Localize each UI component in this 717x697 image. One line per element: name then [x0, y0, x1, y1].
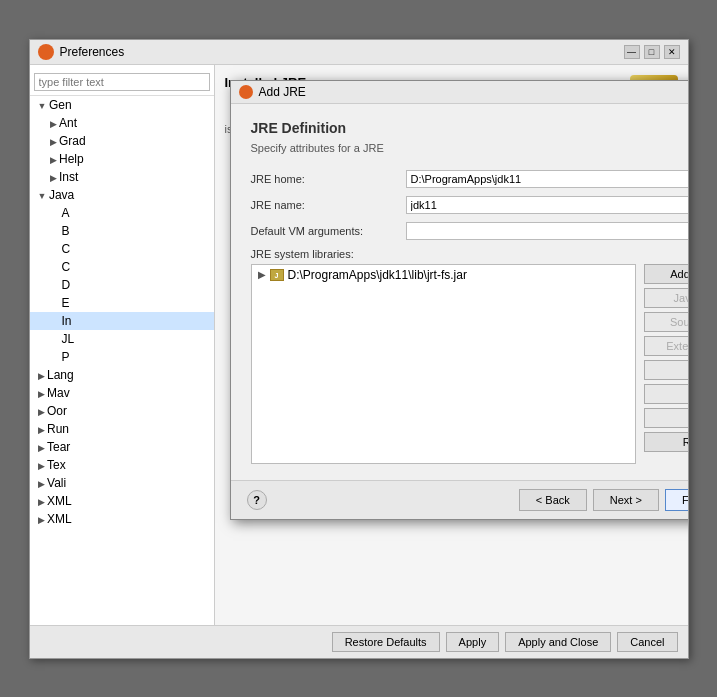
sidebar-item-inst[interactable]: Inst: [30, 168, 214, 186]
sidebar-item-c1[interactable]: C: [30, 240, 214, 258]
titlebar-controls: — □ ✕: [624, 45, 680, 59]
sidebar-item-tear[interactable]: Tear: [30, 438, 214, 456]
preferences-titlebar: Preferences — □ ✕: [30, 40, 688, 65]
maximize-button[interactable]: □: [644, 45, 660, 59]
apply-close-button[interactable]: Apply and Close: [505, 632, 611, 652]
dialog-titlebar: Add JRE — □ ✕: [231, 81, 688, 104]
sidebar-item-ant[interactable]: Ant: [30, 114, 214, 132]
sidebar-item-tex[interactable]: Tex: [30, 456, 214, 474]
close-button[interactable]: ✕: [664, 45, 680, 59]
libraries-label: JRE system libraries:: [251, 248, 688, 260]
sidebar-item-xml1[interactable]: XML: [30, 492, 214, 510]
sidebar-item-a[interactable]: A: [30, 204, 214, 222]
expand-icon[interactable]: ▶: [258, 269, 266, 280]
search-input[interactable]: [34, 73, 210, 91]
jre-home-label: JRE home:: [251, 173, 406, 185]
preferences-main: Installed JREs 📚 is Add JRE — □ ✕: [215, 65, 688, 625]
preferences-app-icon: [38, 44, 54, 60]
javadoc-location-button[interactable]: Javadoc Location...: [644, 288, 688, 308]
dialog-title: Add JRE: [259, 85, 306, 99]
sidebar-item-in[interactable]: In: [30, 312, 214, 330]
libraries-section: JRE system libraries: ▶ J D:\ProgramApps…: [251, 248, 688, 464]
sidebar-item-vali[interactable]: Vali: [30, 474, 214, 492]
jre-home-row: JRE home: Directory...: [251, 170, 688, 188]
sidebar-item-p[interactable]: P: [30, 348, 214, 366]
sidebar-item-java[interactable]: Java: [30, 186, 214, 204]
restore-defaults-button[interactable]: Restore Defaults: [332, 632, 440, 652]
titlebar-left: Preferences: [38, 44, 125, 60]
external-annotations-button[interactable]: External annotations...: [644, 336, 688, 356]
sidebar-item-xml2[interactable]: XML: [30, 510, 214, 528]
jre-name-row: JRE name:: [251, 196, 688, 214]
libraries-body: ▶ J D:\ProgramApps\jdk11\lib\jrt-fs.jar …: [251, 264, 688, 464]
back-button[interactable]: < Back: [519, 489, 587, 511]
dialog-app-icon: [239, 85, 253, 99]
preferences-sidebar: Gen Ant Grad Help Inst Java A B C C D E …: [30, 65, 215, 625]
jre-name-input[interactable]: [406, 196, 688, 214]
sidebar-search-container: [30, 69, 214, 96]
jar-icon: J: [270, 269, 284, 281]
list-item[interactable]: ▶ J D:\ProgramApps\jdk11\lib\jrt-fs.jar: [252, 265, 635, 285]
add-external-jars-button[interactable]: Add External JARs...: [644, 264, 688, 284]
footer-left: ?: [247, 490, 267, 510]
default-vm-input[interactable]: [406, 222, 688, 240]
sidebar-item-gen[interactable]: Gen: [30, 96, 214, 114]
sidebar-item-help[interactable]: Help: [30, 150, 214, 168]
restore-default-button[interactable]: Restore Default: [644, 432, 688, 452]
preferences-window: Preferences — □ ✕ Gen Ant Grad Help Inst…: [29, 39, 689, 659]
jre-name-label: JRE name:: [251, 199, 406, 211]
library-action-buttons: Add External JARs... Javadoc Location...…: [644, 264, 688, 464]
section-subtitle: Specify attributes for a JRE: [251, 142, 688, 154]
source-attachment-button[interactable]: Source Attachment...: [644, 312, 688, 332]
dialog-titlebar-left: Add JRE: [239, 85, 306, 99]
dialog-content: JRE Definition Specify attributes for a …: [231, 104, 688, 480]
finish-button[interactable]: Finish: [665, 489, 688, 511]
apply-button[interactable]: Apply: [446, 632, 500, 652]
add-jre-dialog: Add JRE — □ ✕ JRE Definition Specify att…: [230, 80, 688, 520]
next-button[interactable]: Next >: [593, 489, 659, 511]
sidebar-item-grad[interactable]: Grad: [30, 132, 214, 150]
sidebar-item-mav[interactable]: Mav: [30, 384, 214, 402]
sidebar-item-e[interactable]: E: [30, 294, 214, 312]
sidebar-item-lang[interactable]: Lang: [30, 366, 214, 384]
help-button[interactable]: ?: [247, 490, 267, 510]
library-path: D:\ProgramApps\jdk11\lib\jrt-fs.jar: [288, 268, 467, 282]
sidebar-item-c2[interactable]: C: [30, 258, 214, 276]
dialog-footer: ? < Back Next > Finish Cancel: [231, 480, 688, 519]
remove-button[interactable]: Remove: [644, 360, 688, 380]
preferences-title: Preferences: [60, 45, 125, 59]
jre-home-input[interactable]: [406, 170, 688, 188]
sidebar-item-d[interactable]: D: [30, 276, 214, 294]
down-button[interactable]: Down: [644, 408, 688, 428]
sidebar-item-oor[interactable]: Oor: [30, 402, 214, 420]
sidebar-item-jl[interactable]: JL: [30, 330, 214, 348]
preferences-body: Gen Ant Grad Help Inst Java A B C C D E …: [30, 65, 688, 625]
minimize-button[interactable]: —: [624, 45, 640, 59]
preferences-footer: Restore Defaults Apply Apply and Close C…: [30, 625, 688, 658]
sidebar-item-b[interactable]: B: [30, 222, 214, 240]
sidebar-item-run[interactable]: Run: [30, 420, 214, 438]
libraries-list: ▶ J D:\ProgramApps\jdk11\lib\jrt-fs.jar: [251, 264, 636, 464]
pref-cancel-button[interactable]: Cancel: [617, 632, 677, 652]
default-vm-label: Default VM arguments:: [251, 225, 406, 237]
default-vm-row: Default VM arguments: Variables...: [251, 222, 688, 240]
section-title: JRE Definition: [251, 120, 688, 136]
up-button[interactable]: Up: [644, 384, 688, 404]
